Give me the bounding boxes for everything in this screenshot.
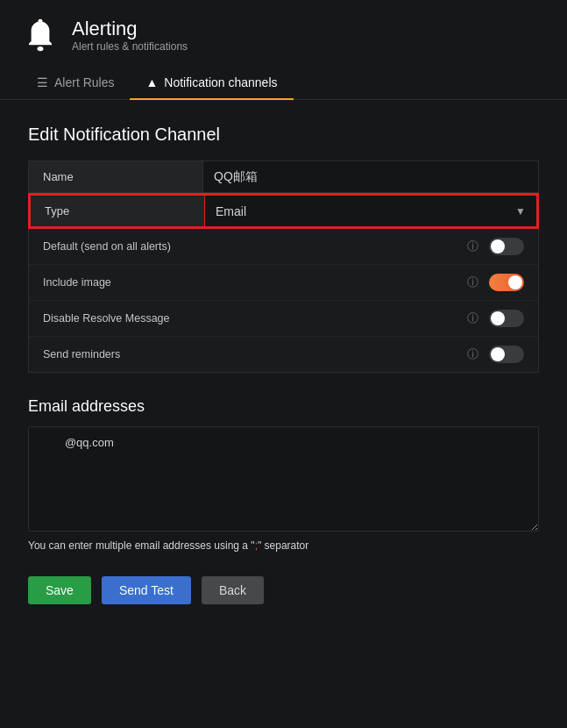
name-input[interactable] <box>214 170 528 184</box>
save-button[interactable]: Save <box>28 576 91 604</box>
bell-icon <box>21 16 60 54</box>
toggle-section: Default (send on all alerts) ⓘ Include i… <box>28 229 539 373</box>
toggle-disable-resolve[interactable] <box>489 310 524 327</box>
toggle-send-reminders[interactable] <box>489 346 524 363</box>
toggle-row-include-image: Include image ⓘ <box>29 265 538 301</box>
toggle-label-send-reminders: Send reminders <box>43 348 462 360</box>
chevron-down-icon: ▼ <box>515 205 526 218</box>
toggle-include-image[interactable] <box>489 274 524 291</box>
email-section-title: Email addresses <box>28 397 539 416</box>
name-value-cell <box>203 161 539 193</box>
email-hint: You can enter multiple email addresses u… <box>28 539 539 552</box>
toggle-label-include-image: Include image <box>43 276 462 289</box>
email-textarea[interactable]: @qq.com <box>28 426 539 532</box>
toggle-label-disable-resolve: Disable Resolve Message <box>43 312 462 325</box>
send-test-button[interactable]: Send Test <box>102 576 191 604</box>
tab-notification-channels[interactable]: ▲ Notification channels <box>130 67 293 100</box>
toggle-row-default: Default (send on all alerts) ⓘ <box>29 229 538 265</box>
type-select-wrapper: Email Slack PagerDuty Webhook OpsGenie ▼ <box>216 204 526 218</box>
back-button[interactable]: Back <box>202 576 264 604</box>
type-label: Type <box>30 195 205 227</box>
info-icon-default[interactable]: ⓘ <box>467 239 478 254</box>
type-select[interactable]: Email Slack PagerDuty Webhook OpsGenie <box>216 204 515 218</box>
app-header: Alerting Alert rules & notifications <box>0 0 567 67</box>
svg-rect-1 <box>38 19 42 23</box>
type-value-cell: Email Slack PagerDuty Webhook OpsGenie ▼ <box>205 195 537 227</box>
header-text: Alerting Alert rules & notifications <box>72 18 188 53</box>
tab-alert-rules-label: Alert Rules <box>54 75 114 89</box>
name-label: Name <box>28 161 203 193</box>
svg-point-0 <box>38 46 44 51</box>
tab-bar: ☰ Alert Rules ▲ Notification channels <box>0 67 567 100</box>
hint-separator: ; <box>255 539 258 552</box>
section-title: Edit Notification Channel <box>28 125 539 145</box>
info-icon-include-image[interactable]: ⓘ <box>467 275 478 290</box>
info-icon-disable-resolve[interactable]: ⓘ <box>467 310 478 326</box>
toggle-row-send-reminders: Send reminders ⓘ <box>29 337 538 372</box>
app-subtitle: Alert rules & notifications <box>72 40 188 53</box>
buttons-row: Save Send Test Back <box>28 576 539 604</box>
name-row: Name <box>28 161 539 193</box>
alert-rules-icon: ☰ <box>37 75 48 89</box>
info-icon-send-reminders[interactable]: ⓘ <box>467 346 478 362</box>
app-title: Alerting <box>72 18 188 40</box>
notification-channels-icon: ▲ <box>145 75 158 89</box>
toggle-default[interactable] <box>489 238 524 255</box>
main-content: Edit Notification Channel Name Type Emai… <box>0 100 567 625</box>
toggle-label-default: Default (send on all alerts) <box>43 240 462 253</box>
tab-notification-channels-label: Notification channels <box>164 75 277 89</box>
tab-alert-rules[interactable]: ☰ Alert Rules <box>21 67 130 100</box>
type-row: Type Email Slack PagerDuty Webhook OpsGe… <box>28 193 539 229</box>
email-section: Email addresses @qq.com You can enter mu… <box>28 397 539 552</box>
toggle-row-disable-resolve: Disable Resolve Message ⓘ <box>29 301 538 337</box>
